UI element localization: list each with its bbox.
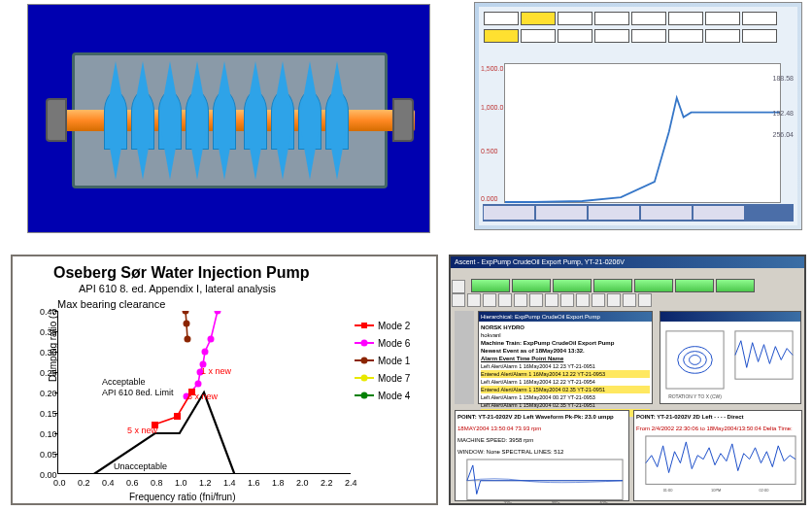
svg-point-22 xyxy=(361,392,368,399)
alarm-row[interactable]: Left Alert/Alarm 1 15May2004 02.35 YT-21… xyxy=(481,401,650,409)
trend-bottom-bar[interactable] xyxy=(483,204,794,221)
tool-icon[interactable] xyxy=(452,280,465,293)
alarm-row[interactable]: Entered Alert/Alarm 1 15May2004 02.35 YT… xyxy=(481,386,650,393)
chart-subtitle: API 610 8. ed. Appendix I, lateral analy… xyxy=(79,283,276,294)
alarm-row[interactable]: Left Alert/Alarm 1 16May2004 12.23 YT-21… xyxy=(481,362,650,370)
trend-plot-area xyxy=(504,63,781,203)
trend-plot-panel: 1,500.0 1,000.0 0.500 0.000 188.58 192.4… xyxy=(474,2,802,230)
svg-rect-23 xyxy=(666,331,724,389)
orbit-pane[interactable]: ROTATION Y TO X (CW) xyxy=(660,311,801,404)
toolbar-green[interactable] xyxy=(451,278,804,293)
svg-text:01:00: 01:00 xyxy=(663,488,674,493)
alarm-row[interactable]: Left Alert/Alarm 1 16May2004 12.22 YT-21… xyxy=(481,378,650,386)
svg-text:200x: 200x xyxy=(503,500,512,505)
trend-pane[interactable]: POINT: YT-21-0202V 2D Left · · · · Direc… xyxy=(633,410,802,501)
svg-rect-26 xyxy=(467,460,623,500)
window-titlebar[interactable]: Ascent - ExpPump CrudeOil Export Pump, Y… xyxy=(451,256,804,268)
svg-text:400x: 400x xyxy=(599,500,608,505)
pump-cutaway-panel xyxy=(27,4,430,233)
menu-bar[interactable] xyxy=(451,268,804,278)
chart-title: Oseberg Sør Water Injection Pump xyxy=(53,264,309,282)
alarm-list-pane[interactable]: Hierarchical: ExpPump CrudeOil Export Pu… xyxy=(478,311,653,404)
left-sidebar[interactable] xyxy=(455,311,474,404)
chart-legend: Mode 2 Mode 6 Mode 1 Mode 7 Mode 4 xyxy=(355,317,430,404)
svg-point-20 xyxy=(361,375,368,382)
svg-text:300x: 300x xyxy=(552,500,560,505)
chart-max-label: Max bearing clearance xyxy=(57,298,165,310)
toolbar-button[interactable] xyxy=(471,279,510,292)
svg-point-16 xyxy=(361,340,368,347)
waveform-pane[interactable]: POINT: YT-21-0202V 2D Left Waveform Pk-P… xyxy=(455,410,629,501)
svg-rect-14 xyxy=(361,323,367,328)
damping-chart-panel: Oseberg Sør Water Injection Pump API 610… xyxy=(11,255,438,505)
trend-top-toolbar[interactable] xyxy=(483,11,794,46)
svg-rect-31 xyxy=(646,436,795,484)
toolbar-icons[interactable] xyxy=(451,293,804,309)
x-axis-label: Frequency ratio (fni/frun) xyxy=(129,492,236,502)
svg-point-18 xyxy=(361,358,368,364)
alarm-row[interactable]: Entered Alert/Alarm 1 16May2004 12.22 YT… xyxy=(481,370,650,378)
svg-text:02:00: 02:00 xyxy=(759,488,769,493)
software-window-panel: Ascent - ExpPump CrudeOil Export Pump, Y… xyxy=(449,255,806,505)
svg-text:ROTATION Y TO X (CW): ROTATION Y TO X (CW) xyxy=(668,394,722,399)
svg-text:10PM: 10PM xyxy=(711,488,721,493)
alarm-row[interactable]: Left Alert/Alarm 1 15May2004 00.27 YT-21… xyxy=(481,393,650,401)
